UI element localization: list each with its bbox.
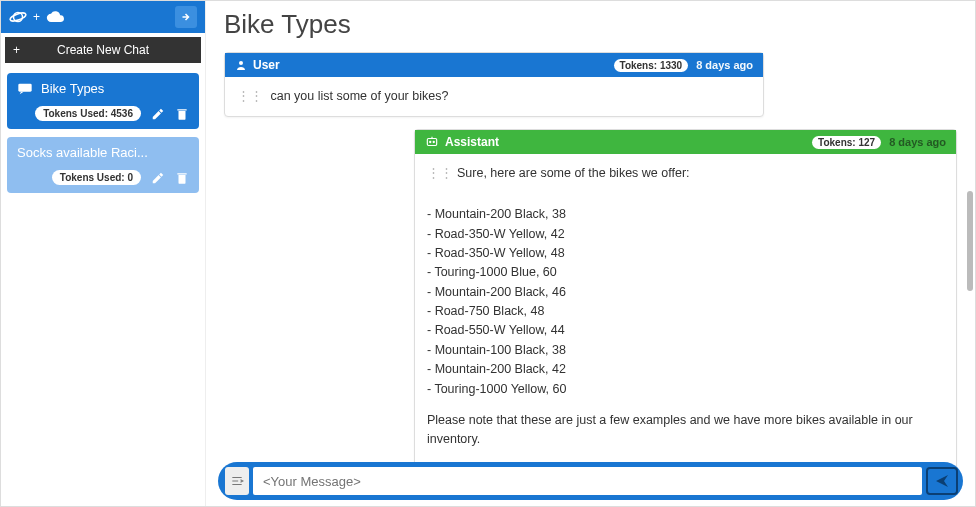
page-title: Bike Types [206,1,975,46]
delete-icon[interactable] [175,107,189,121]
bike-item: Mountain-200 Black, 42 [427,360,944,379]
svg-rect-2 [18,83,31,91]
drag-handle-icon: ⋮⋮ [237,89,263,103]
svg-point-6 [433,142,434,143]
user-message-header: User Tokens: 1330 8 days ago [225,53,763,77]
sidebar-top-bar: + [1,1,205,33]
assistant-tokens-pill: Tokens: 127 [812,136,881,149]
create-new-chat-label: Create New Chat [57,43,149,57]
assistant-message-header: Assistant Tokens: 127 8 days ago [415,130,956,154]
chat-item-label: Bike Types [41,81,104,96]
conversation: User Tokens: 1330 8 days ago ⋮⋮ can you … [206,46,975,506]
assistant-message-time: 8 days ago [889,136,946,148]
svg-point-5 [430,142,431,143]
edit-icon[interactable] [151,171,165,185]
edit-icon[interactable] [151,107,165,121]
bike-item: Road-350-W Yellow, 42 [427,225,944,244]
svg-rect-4 [427,139,436,146]
delete-icon[interactable] [175,171,189,185]
bike-item: Mountain-200 Black, 38 [427,205,944,224]
plus-icon: + [33,10,40,24]
bike-item: Mountain-100 Black, 38 [427,341,944,360]
user-message-body: ⋮⋮ can you list some of your bikes? [225,77,763,116]
plus-icon: + [13,43,20,57]
scrollbar-thumb[interactable] [967,191,973,291]
assistant-icon [425,136,439,148]
assistant-note-text: Please note that these are just a few ex… [427,411,944,450]
tokens-used-pill: Tokens Used: 0 [52,170,141,185]
assistant-message-card: Assistant Tokens: 127 8 days ago ⋮⋮Sure,… [414,129,957,489]
chat-list: Bike Types Tokens Used: 4536 Socks avail… [1,67,205,199]
message-input[interactable] [253,467,922,495]
user-icon [235,59,247,71]
bike-item: Mountain-200 Black, 46 [427,283,944,302]
user-tokens-pill: Tokens: 1330 [614,59,689,72]
user-message-card: User Tokens: 1330 8 days ago ⋮⋮ can you … [224,52,764,117]
sidebar-item-bike-types[interactable]: Bike Types Tokens Used: 4536 [7,73,199,129]
bike-item: Road-550-W Yellow, 44 [427,321,944,340]
sidebar-brand-icons: + [9,8,66,26]
user-role-label: User [253,58,280,72]
user-message-text: can you list some of your bikes? [270,89,448,103]
sidebar: + + Create New Chat Bike Types Tokens Us… [1,1,206,506]
drag-handle-icon: ⋮⋮ [427,166,453,180]
sidebar-item-socks[interactable]: Socks available Raci... Tokens Used: 0 [7,137,199,193]
user-message-time: 8 days ago [696,59,753,71]
input-mode-button[interactable] [225,467,249,495]
svg-point-3 [239,61,243,65]
message-input-bar [218,462,963,500]
planet-icon [9,8,27,26]
assistant-role-label: Assistant [445,135,499,149]
app-root: + + Create New Chat Bike Types Tokens Us… [0,0,976,507]
svg-point-1 [9,11,27,22]
collapse-sidebar-button[interactable] [175,6,197,28]
bike-item: Touring-1000 Yellow, 60 [427,380,944,399]
bike-item: Road-350-W Yellow, 48 [427,244,944,263]
bike-item: Road-750 Black, 48 [427,302,944,321]
bike-list: Mountain-200 Black, 38Road-350-W Yellow,… [427,205,944,399]
chat-icon [17,82,33,96]
chat-item-label: Socks available Raci... [17,145,148,160]
bike-item: Touring-1000 Blue, 60 [427,263,944,282]
tokens-used-pill: Tokens Used: 4536 [35,106,141,121]
create-new-chat-button[interactable]: + Create New Chat [5,37,201,63]
assistant-message-body: ⋮⋮Sure, here are some of the bikes we of… [415,154,956,459]
send-button[interactable] [926,467,958,495]
assistant-intro-text: Sure, here are some of the bikes we offe… [457,166,690,180]
main-area: Bike Types User Tokens: 1330 8 days ago … [206,1,975,506]
cloud-icon [46,9,66,25]
